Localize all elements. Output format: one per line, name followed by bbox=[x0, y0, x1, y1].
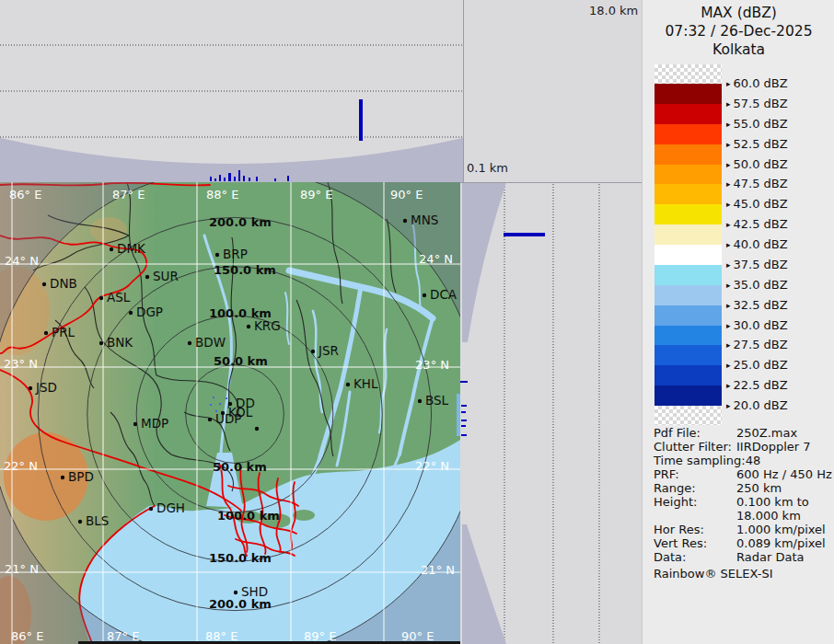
metadata-label: Data: bbox=[654, 550, 686, 564]
city-label: BSL bbox=[425, 393, 449, 408]
scale-tick-arrow-icon: ▸ bbox=[726, 79, 731, 88]
metadata-row: Height:0.100 km to bbox=[654, 495, 834, 509]
city-dot bbox=[78, 520, 82, 523]
city-dot bbox=[149, 507, 153, 511]
city-dot bbox=[403, 219, 407, 223]
graticule-label: 88° E bbox=[205, 629, 237, 643]
dbz-scale-label: ▸55.0 dBZ bbox=[726, 117, 788, 131]
height-axis-max-label: 18.0 km bbox=[589, 4, 638, 17]
metadata-value: 0.089 km/pixel bbox=[736, 536, 826, 550]
graticule-label: 90° E bbox=[390, 188, 423, 201]
product-title: MAX (dBZ) bbox=[643, 4, 834, 22]
graticule-label: 24° N bbox=[5, 254, 39, 268]
range-ring-label: 100.0 km bbox=[217, 509, 280, 523]
city-dot bbox=[247, 325, 250, 328]
scale-tick-arrow-icon: ▸ bbox=[726, 281, 731, 290]
scale-tick-arrow-icon: ▸ bbox=[726, 361, 731, 370]
dbz-scale-label: ▸60.0 dBZ bbox=[726, 76, 788, 90]
scale-checker-bottom bbox=[654, 406, 722, 425]
metadata-label: Vert Res: bbox=[654, 536, 707, 550]
product-datetime: 07:32 / 26-Dec-2025 bbox=[643, 22, 834, 40]
echo-bar bbox=[234, 177, 236, 181]
no-data-mask-top bbox=[0, 138, 463, 182]
scale-checker-top bbox=[654, 64, 722, 84]
metadata-value: Radar Data bbox=[736, 550, 804, 564]
scale-tick-arrow-icon: ▸ bbox=[726, 99, 731, 109]
graticule-label: 23° N bbox=[415, 358, 449, 372]
graticule-label: 87° E bbox=[112, 188, 145, 201]
scale-tick-arrow-icon: ▸ bbox=[726, 340, 731, 350]
metadata-label: PRF: bbox=[654, 467, 679, 481]
dbz-scale-label: ▸42.5 dBZ bbox=[726, 217, 788, 231]
city-label: BDW bbox=[195, 335, 226, 350]
scale-color-block bbox=[654, 365, 722, 385]
dbz-scale-label: ▸27.5 dBZ bbox=[726, 338, 788, 351]
echo-bar bbox=[210, 177, 212, 181]
range-ring-label: 150.0 km bbox=[209, 551, 272, 565]
metadata-value: 48 bbox=[746, 454, 761, 467]
radar-display-window: 18.0 km 0.1 km bbox=[0, 0, 834, 644]
scale-tick-arrow-icon: ▸ bbox=[726, 381, 731, 390]
echo-bar bbox=[249, 178, 250, 181]
no-data-mask-right-top bbox=[462, 182, 506, 342]
metadata-row: Hor Res:1.000 km/pixel bbox=[654, 523, 834, 536]
range-ring-label: 200.0 km bbox=[209, 215, 272, 229]
radar-map[interactable]: 86° E87° E88° E89° E90° E86° E87° E88° E… bbox=[0, 182, 460, 644]
city-dot bbox=[129, 311, 133, 315]
metadata-value: 250Z.max bbox=[736, 426, 797, 440]
city-label: DCA bbox=[430, 287, 458, 302]
metadata-row: Pdf File:250Z.max bbox=[654, 426, 834, 440]
scale-color-block bbox=[654, 285, 722, 305]
dbz-scale-label: ▸50.0 dBZ bbox=[726, 157, 788, 171]
range-ring-label: 50.0 km bbox=[213, 460, 267, 474]
city-label: MDP bbox=[141, 416, 168, 431]
metadata-value: 18.000 km bbox=[736, 509, 801, 523]
scale-color-block bbox=[654, 104, 722, 124]
echo-bar bbox=[224, 178, 226, 181]
echo-bar bbox=[214, 178, 216, 181]
radar-map-panel[interactable]: 86° E87° E88° E89° E90° E86° E87° E88° E… bbox=[0, 182, 460, 644]
city-label: PRL bbox=[52, 325, 75, 339]
scale-color-block bbox=[654, 165, 722, 185]
city-label: MNS bbox=[411, 213, 438, 227]
dbz-scale-label: ▸20.0 dBZ bbox=[726, 398, 788, 412]
city-dot bbox=[44, 331, 48, 335]
dbz-scale-label: ▸52.5 dBZ bbox=[726, 137, 788, 151]
city-dot bbox=[215, 253, 219, 257]
scale-color-block bbox=[654, 265, 722, 285]
scale-color-block bbox=[654, 305, 722, 326]
scale-color-block bbox=[654, 245, 722, 265]
range-ring-label: 150.0 km bbox=[214, 263, 276, 277]
dbz-color-column bbox=[654, 64, 722, 425]
echo-bar bbox=[287, 176, 289, 181]
city-dot bbox=[255, 427, 259, 431]
metadata-row: 18.000 km bbox=[654, 509, 834, 523]
scale-color-block bbox=[654, 385, 722, 406]
range-ring-label: 200.0 km bbox=[209, 597, 272, 611]
metadata-row: Clutter Filter:IIRDoppler 7 bbox=[654, 440, 834, 454]
echo-bar bbox=[219, 175, 221, 181]
metadata-value: 250 km bbox=[736, 481, 782, 495]
graticule-label: 24° N bbox=[419, 252, 453, 266]
metadata-value: 0.100 km to bbox=[736, 495, 809, 509]
city-label: JSR bbox=[318, 343, 339, 358]
city-label: BNK bbox=[107, 335, 133, 350]
dbz-scale-label: ▸32.5 dBZ bbox=[726, 298, 788, 312]
city-dot bbox=[110, 247, 113, 251]
graticule-label: 86° E bbox=[9, 188, 41, 201]
graticule-label: 89° E bbox=[304, 629, 336, 643]
no-data-mask-right-bottom bbox=[462, 524, 506, 644]
dbz-scale-label: ▸25.0 dBZ bbox=[726, 358, 788, 372]
city-dot bbox=[99, 296, 103, 300]
graticule-label: 86° E bbox=[11, 629, 43, 643]
city-label: DMK bbox=[117, 241, 146, 256]
dbz-scale-label: ▸47.5 dBZ bbox=[726, 177, 788, 190]
top-cross-section-panel bbox=[0, 0, 642, 182]
scale-color-block bbox=[654, 144, 722, 165]
river-map-edge bbox=[457, 394, 460, 436]
echo-bar bbox=[256, 177, 258, 181]
city-label: KHL bbox=[353, 376, 378, 391]
city-dot bbox=[234, 591, 237, 594]
metadata-label: Hor Res: bbox=[654, 523, 704, 536]
scale-color-block bbox=[654, 184, 722, 204]
